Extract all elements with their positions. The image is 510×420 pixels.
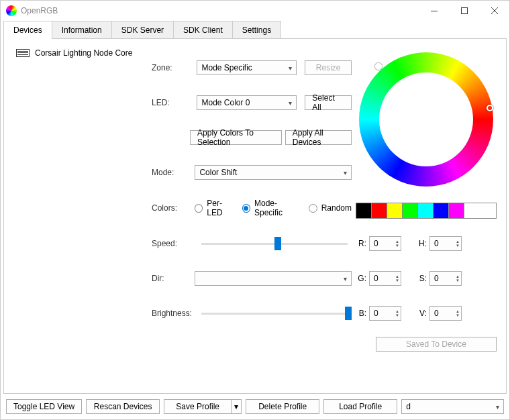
bottom-toolbar: Toggle LED View Rescan Devices Save Prof…: [1, 397, 509, 417]
resize-button[interactable]: Resize: [305, 60, 352, 75]
chevron-down-icon: ▾: [344, 169, 347, 176]
swatch[interactable]: [372, 203, 387, 218]
zone-select[interactable]: Mode Specific▾: [197, 60, 297, 75]
speed-label: Speed:: [152, 239, 197, 248]
dir-select[interactable]: ▾: [195, 271, 352, 286]
saved-to-device-button[interactable]: Saved To Device: [376, 337, 497, 352]
svg-rect-1: [461, 8, 467, 14]
save-profile-dropdown[interactable]: ▾: [231, 399, 242, 414]
preset-swatches: [356, 203, 497, 219]
profile-select[interactable]: d▾: [401, 399, 504, 414]
swatch[interactable]: [449, 203, 464, 218]
save-profile-button[interactable]: Save Profile: [164, 399, 231, 414]
dir-label: Dir:: [152, 274, 195, 283]
titlebar: OpenRGB: [1, 1, 509, 21]
tab-sdk-server[interactable]: SDK Server: [111, 21, 174, 39]
toggle-led-view-button[interactable]: Toggle LED View: [6, 399, 82, 414]
hue-handle-2[interactable]: [487, 105, 493, 111]
mode-select[interactable]: Color Shift▾: [195, 165, 352, 180]
radio-random[interactable]: Random: [309, 203, 352, 213]
b-input[interactable]: 0▲▼: [369, 306, 401, 321]
v-input[interactable]: 0▲▼: [429, 306, 462, 321]
b-label: B:: [356, 309, 366, 318]
swatch[interactable]: [387, 203, 403, 218]
tab-sdk-client[interactable]: SDK Client: [173, 21, 233, 39]
spinner-icon[interactable]: ▲▼: [395, 240, 399, 248]
svg-rect-0: [431, 11, 438, 11]
device-name: Corsair Lighting Node Core: [35, 48, 132, 58]
radio-per-led[interactable]: Per-LED: [195, 199, 236, 217]
load-profile-button[interactable]: Load Profile: [323, 399, 397, 414]
main-panel: Corsair Lighting Node Core Zone: Mode Sp…: [3, 38, 507, 394]
spinner-icon[interactable]: ▲▼: [456, 274, 460, 282]
spinner-icon[interactable]: ▲▼: [395, 274, 399, 282]
tab-bar: Devices Information SDK Server SDK Clien…: [1, 21, 509, 39]
swatch[interactable]: [464, 203, 480, 218]
rescan-devices-button[interactable]: Rescan Devices: [86, 399, 160, 414]
led-label: LED:: [152, 98, 197, 107]
device-icon: [16, 49, 30, 57]
h-label: H:: [416, 239, 427, 248]
spinner-icon[interactable]: ▲▼: [456, 309, 460, 317]
spinner-icon[interactable]: ▲▼: [456, 240, 460, 248]
g-label: G:: [356, 274, 366, 283]
brightness-slider[interactable]: [201, 313, 348, 315]
swatch[interactable]: [356, 203, 372, 218]
colors-label: Colors:: [152, 203, 195, 213]
color-picker: [356, 52, 497, 219]
color-wheel[interactable]: [359, 52, 493, 187]
apply-all-devices-button[interactable]: Apply All Devices: [285, 130, 352, 145]
apply-selection-button[interactable]: Apply Colors To Selection: [190, 130, 282, 145]
window-title: OpenRGB: [21, 6, 419, 15]
r-label: R:: [356, 239, 366, 248]
delete-profile-button[interactable]: Delete Profile: [246, 399, 319, 414]
chevron-down-icon: ▾: [344, 275, 347, 282]
s-label: S:: [416, 274, 427, 283]
spinner-icon[interactable]: ▲▼: [395, 309, 399, 317]
r-input[interactable]: 0▲▼: [369, 236, 401, 251]
led-select[interactable]: Mode Color 0▾: [197, 95, 297, 110]
tab-devices[interactable]: Devices: [3, 21, 52, 39]
chevron-down-icon: ▾: [234, 402, 238, 411]
chevron-down-icon: ▾: [289, 99, 292, 107]
minimize-button[interactable]: [419, 1, 449, 21]
swatch[interactable]: [434, 203, 449, 218]
tab-settings[interactable]: Settings: [232, 21, 281, 39]
save-profile-split: Save Profile ▾: [164, 399, 242, 414]
maximize-button[interactable]: [449, 1, 479, 21]
swatch[interactable]: [403, 203, 418, 218]
hue-handle[interactable]: [375, 63, 382, 70]
rgb-hsv-panel: R: 0▲▼ H: 0▲▼ G: 0▲▼ S: 0▲▼ B: 0▲▼ V: 0▲…: [356, 236, 497, 341]
g-input[interactable]: 0▲▼: [369, 271, 401, 286]
sv-box[interactable]: [394, 87, 458, 152]
radio-mode-specific[interactable]: Mode-Specific: [242, 199, 303, 217]
tab-information[interactable]: Information: [52, 21, 112, 39]
brightness-label: Brightness:: [152, 309, 197, 318]
app-logo-icon: [6, 5, 17, 16]
swatch[interactable]: [418, 203, 434, 218]
speed-slider[interactable]: [201, 243, 348, 245]
chevron-down-icon: ▾: [496, 403, 499, 411]
select-all-button[interactable]: Select All: [305, 95, 352, 110]
v-label: V:: [416, 309, 427, 318]
chevron-down-icon: ▾: [289, 64, 292, 72]
zone-label: Zone:: [152, 63, 197, 72]
device-form: Zone: Mode Specific▾ Resize LED: Mode Co…: [152, 59, 352, 334]
h-input[interactable]: 0▲▼: [429, 236, 462, 251]
s-input[interactable]: 0▲▼: [429, 271, 462, 286]
close-button[interactable]: [479, 1, 509, 21]
mode-label: Mode:: [152, 168, 195, 177]
